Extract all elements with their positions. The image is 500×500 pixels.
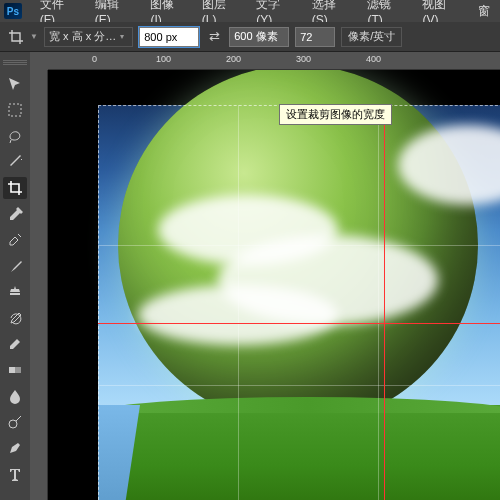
canvas[interactable] xyxy=(48,70,500,500)
pen-tool[interactable] xyxy=(3,437,27,459)
clone-stamp-tool[interactable] xyxy=(3,281,27,303)
menubar: Ps 文件(F) 编辑(E) 图像(I) 图层(L) 文字(Y) 选择(S) 滤… xyxy=(0,0,500,22)
type-tool[interactable] xyxy=(3,463,27,485)
svg-rect-0 xyxy=(9,104,21,116)
ruler-mark: 300 xyxy=(296,54,311,64)
ruler-mark: 0 xyxy=(92,54,97,64)
history-brush-tool[interactable] xyxy=(3,307,27,329)
gradient-tool[interactable] xyxy=(3,359,27,381)
eraser-tool[interactable] xyxy=(3,333,27,355)
move-tool[interactable] xyxy=(3,73,27,95)
horizontal-ruler[interactable]: 0 100 200 300 400 xyxy=(48,52,500,70)
healing-brush-tool[interactable] xyxy=(3,229,27,251)
svg-rect-2 xyxy=(9,367,15,373)
units-dropdown[interactable]: 像素/英寸 xyxy=(341,27,402,47)
lasso-tool[interactable] xyxy=(3,125,27,147)
eyedropper-tool[interactable] xyxy=(3,203,27,225)
toolbox xyxy=(0,52,30,500)
resolution-input[interactable] xyxy=(295,27,335,47)
crop-width-input[interactable] xyxy=(139,27,199,47)
workspace: 0 100 200 300 400 xyxy=(0,52,500,500)
chevron-down-icon[interactable]: ▼ xyxy=(30,32,38,41)
crop-height-input[interactable] xyxy=(229,27,289,47)
menu-window[interactable]: 窗 xyxy=(468,3,500,20)
svg-point-3 xyxy=(9,420,17,428)
brush-tool[interactable] xyxy=(3,255,27,277)
chevron-down-icon: ▾ xyxy=(120,32,128,41)
panel-grabber[interactable] xyxy=(3,60,27,65)
cloud xyxy=(138,285,338,345)
tooltip: 设置裁剪图像的宽度 xyxy=(279,104,392,125)
units-label: 像素/英寸 xyxy=(348,29,395,44)
magic-wand-tool[interactable] xyxy=(3,151,27,173)
swap-dimensions-button[interactable]: ⇄ xyxy=(205,28,223,46)
crop-tool-indicator-icon xyxy=(8,29,24,45)
app-window: Ps 文件(F) 编辑(E) 图像(I) 图层(L) 文字(Y) 选择(S) 滤… xyxy=(0,0,500,500)
options-bar: ▼ 宽 x 高 x 分… ▾ ⇄ 像素/英寸 xyxy=(0,22,500,52)
blur-tool[interactable] xyxy=(3,385,27,407)
ruler-mark: 400 xyxy=(366,54,381,64)
canvas-wrap: 0 100 200 300 400 xyxy=(30,52,500,500)
ps-logo: Ps xyxy=(4,3,22,19)
dodge-tool[interactable] xyxy=(3,411,27,433)
marquee-tool[interactable] xyxy=(3,99,27,121)
ruler-mark: 200 xyxy=(226,54,241,64)
preset-dropdown[interactable]: 宽 x 高 x 分… ▾ xyxy=(44,27,133,47)
crop-tool[interactable] xyxy=(3,177,27,199)
grass xyxy=(98,405,500,500)
ruler-mark: 100 xyxy=(156,54,171,64)
preset-label: 宽 x 高 x 分… xyxy=(49,29,116,44)
vertical-ruler[interactable] xyxy=(30,70,48,500)
document-image xyxy=(98,105,500,500)
ruler-corner xyxy=(30,52,48,70)
